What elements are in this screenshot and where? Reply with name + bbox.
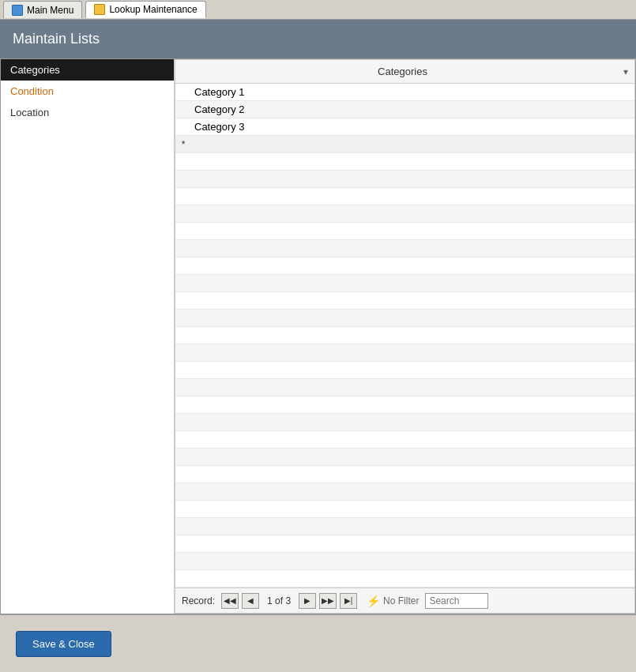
grid-header: Categories ▾ (175, 60, 634, 84)
grid-body: * (175, 84, 634, 588)
table-row-empty (175, 240, 634, 257)
nav-bar: Record: ◀◀ ◀ 1 of 3 ▶ ▶▶ ▶| ⚡ No Filter (175, 588, 634, 613)
nav-current-record: 1 of 3 (262, 595, 295, 606)
table-row[interactable] (175, 118, 634, 136)
save-close-button[interactable]: Save & Close (16, 631, 111, 657)
row-indicator-2 (175, 108, 191, 111)
row-indicator-3 (175, 126, 191, 129)
new-row-indicator: * (175, 137, 191, 152)
table-row-empty (175, 570, 634, 588)
row-cell-2[interactable] (191, 102, 634, 118)
content-area: Categories Condition Location Categories… (0, 58, 636, 614)
grid-column-header: Categories (182, 66, 623, 77)
page-title: Maintain Lists (13, 31, 100, 47)
table-row-empty (175, 344, 634, 362)
row-cell-3[interactable] (191, 119, 634, 135)
table-row-empty (175, 535, 634, 553)
data-panel: Categories ▾ (175, 59, 635, 614)
sidebar-item-categories[interactable]: Categories (1, 59, 174, 81)
table-row-empty (175, 501, 634, 518)
nav-filter: ⚡ No Filter (367, 595, 419, 607)
table-row-empty (175, 483, 634, 501)
table-row-empty (175, 188, 634, 205)
table-row-empty (175, 257, 634, 275)
tab-main-menu[interactable]: Main Menu (3, 1, 82, 18)
table-row-empty (175, 449, 634, 466)
table-row-empty (175, 327, 634, 344)
table-row[interactable] (175, 84, 634, 101)
sidebar-item-condition[interactable]: Condition (1, 81, 174, 102)
table-row-empty (175, 553, 634, 570)
sort-icon[interactable]: ▾ (623, 66, 628, 77)
nav-last-button[interactable]: ▶▶ (319, 593, 337, 609)
row-cell-new[interactable] (191, 137, 634, 152)
bottom-bar: Save & Close (0, 614, 636, 672)
row-indicator-1 (175, 91, 191, 94)
row-input-1[interactable] (194, 86, 631, 98)
nav-first-button[interactable]: ◀◀ (221, 593, 239, 609)
table-row-empty (175, 275, 634, 292)
tab-lookup-maintenance[interactable]: Lookup Maintenance (85, 1, 205, 18)
filter-icon: ⚡ (367, 595, 380, 607)
nav-next-button[interactable]: ▶ (299, 593, 316, 609)
sidebar-item-location[interactable]: Location (1, 102, 174, 123)
table-row-empty (175, 396, 634, 414)
table-row-empty (175, 431, 634, 449)
row-input-3[interactable] (194, 121, 631, 133)
page-header: Maintain Lists (0, 20, 636, 58)
main-menu-icon (12, 5, 23, 16)
table-row[interactable] (175, 101, 634, 118)
table-row-empty (175, 414, 634, 431)
table-row-empty (175, 171, 634, 188)
table-row-empty (175, 292, 634, 310)
table-row-empty (175, 310, 634, 327)
search-input[interactable] (425, 593, 488, 609)
tab-bar: Main Menu Lookup Maintenance (0, 0, 636, 20)
tab-main-menu-label: Main Menu (27, 5, 73, 16)
table-row-empty (175, 223, 634, 240)
table-row-empty (175, 466, 634, 483)
no-filter-label: No Filter (383, 595, 419, 606)
table-row-new[interactable]: * (175, 136, 634, 153)
record-label: Record: (182, 595, 215, 606)
nav-prev-button[interactable]: ◀ (242, 593, 259, 609)
table-row-empty (175, 379, 634, 396)
table-row-empty (175, 205, 634, 223)
table-row-empty (175, 153, 634, 171)
row-input-2[interactable] (194, 103, 631, 115)
table-row-empty (175, 362, 634, 379)
row-cell-1[interactable] (191, 84, 634, 100)
tab-lookup-label: Lookup Maintenance (109, 4, 197, 15)
table-row-empty (175, 518, 634, 535)
nav-end-button[interactable]: ▶| (340, 593, 357, 609)
lookup-icon (94, 4, 105, 15)
sidebar: Categories Condition Location (1, 59, 175, 614)
row-input-new[interactable] (194, 138, 631, 150)
